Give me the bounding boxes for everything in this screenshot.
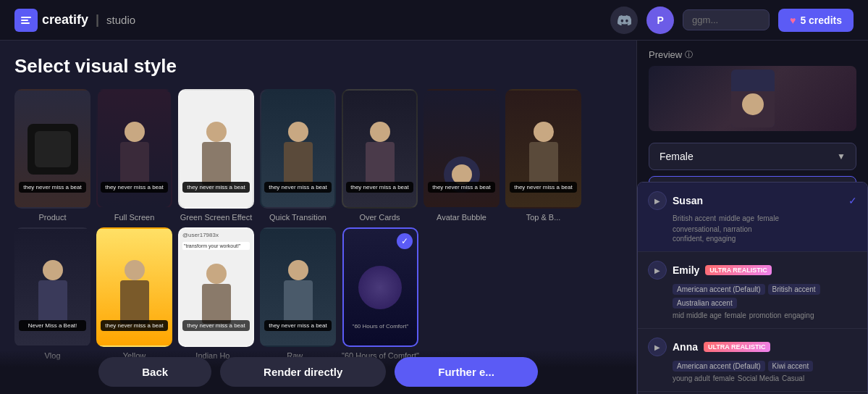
voice-item-anna[interactable]: ▶ Anna Ultra realistic American accent (… [638, 329, 867, 392]
accent-tag[interactable]: Australian accent [673, 298, 737, 309]
style-label-topb: Top & B... [526, 213, 561, 222]
caption-topb: they never miss a beat [510, 182, 577, 193]
selected-check: ✓ [397, 233, 413, 249]
back-button[interactable]: Back [98, 357, 211, 387]
discord-button[interactable] [610, 7, 638, 34]
bottom-bar: Back Render directly Further e... [0, 350, 636, 394]
voice-tag: confident, engaging [673, 235, 736, 243]
style-thumb-raw: they never miss a beat [260, 227, 336, 347]
caption-fullscreen: they never miss a beat [101, 182, 168, 193]
style-thumb-overcards: they never miss a beat [342, 89, 418, 209]
voice-tag: Casual [782, 374, 804, 382]
style-item-comfort[interactable]: "60 Hours of Comfort" ✓ "60 Hours of Com… [342, 227, 419, 360]
voice-item-emily[interactable]: ▶ Emily Ultra realistic American accent … [638, 252, 867, 329]
style-item-topb[interactable]: they never miss a beat Top & B... [505, 89, 581, 222]
style-thumb-yellow: they never miss a beat [96, 227, 172, 347]
header-right: P ♥ 5 credits [610, 7, 854, 34]
voice-tags-susan2: confident, engaging [648, 235, 857, 243]
render-button[interactable]: Render directly [220, 357, 386, 387]
style-thumb-product: they never miss a beat [14, 89, 90, 209]
voice-tag: female [713, 374, 735, 382]
caption-overcards: they never miss a beat [346, 182, 413, 193]
style-item-yellow[interactable]: they never miss a beat Yellow [96, 227, 172, 360]
accent-tag[interactable]: Kiwi accent [768, 361, 814, 372]
accent-tag[interactable]: British accent [768, 284, 820, 295]
voice-header-susan: ▶ Susan ✓ [648, 191, 857, 210]
voice-tag: middle age [719, 214, 754, 222]
voice-tag: conversational, narration [673, 225, 752, 233]
style-thumb-vlog: Never Miss a Beat! [14, 227, 90, 347]
voice-name-susan: Susan [673, 195, 703, 206]
style-grid-row2: Never Miss a Beat! Vlog they never miss … [14, 227, 622, 360]
svg-rect-0 [21, 17, 31, 18]
caption-quick: they never miss a beat [264, 182, 332, 193]
voice-play-emily[interactable]: ▶ [648, 261, 667, 280]
gender-dropdown[interactable]: Female ▼ [649, 143, 856, 170]
voice-name-emily: Emily [673, 264, 699, 276]
caption-raw: they never miss a beat [264, 320, 332, 331]
style-thumb-quick: they never miss a beat [260, 89, 336, 209]
left-panel: Select visual style they never miss a be… [0, 41, 636, 394]
page-title: Select visual style [14, 55, 622, 77]
style-thumb-bubble: they never miss a beat [424, 89, 500, 209]
credits-heart-icon: ♥ [790, 14, 796, 26]
style-item-quick[interactable]: they never miss a beat Quick Transition [260, 89, 336, 222]
style-thumb-indian: @user17983x "transform your workout!" th… [178, 227, 254, 347]
main-content: Select visual style they never miss a be… [0, 41, 868, 394]
style-label-overcards: Over Cards [359, 213, 400, 222]
style-grid-row1: they never miss a beat Product they neve… [14, 89, 622, 222]
logo: creatify | studio [14, 9, 135, 32]
voice-play-susan[interactable]: ▶ [648, 191, 667, 210]
style-item-fullscreen[interactable]: they never miss a beat Full Screen [96, 89, 172, 222]
caption-yellow: they never miss a beat [101, 320, 168, 331]
voice-play-anna[interactable]: ▶ [648, 338, 667, 356]
gender-value: Female [660, 151, 694, 162]
style-item-vlog[interactable]: Never Miss a Beat! Vlog [14, 227, 90, 360]
voice-tag: female [757, 214, 779, 222]
style-label-greenscreen: Green Screen Effect [180, 213, 252, 222]
caption-vlog: Never Miss a Beat! [19, 320, 86, 331]
gender-chevron: ▼ [837, 151, 846, 162]
style-label-product: Product [39, 213, 67, 222]
voice-tags-susan: British accent middle age female convers… [648, 214, 857, 233]
voice-accents-emily: American accent (Default) British accent… [648, 284, 857, 309]
voice-tag: young adult [673, 374, 710, 382]
voice-item-susan[interactable]: ▶ Susan ✓ British accent middle age fema… [638, 183, 867, 252]
style-item-greenscreen[interactable]: they never miss a beat Green Screen Effe… [178, 89, 254, 222]
voice-name-anna: Anna [673, 341, 698, 353]
style-thumb-comfort: "60 Hours of Comfort" ✓ [342, 227, 418, 347]
ultra-badge-emily: Ultra realistic [705, 265, 772, 275]
voice-selected-check: ✓ [848, 195, 857, 206]
user-initial: P [657, 14, 663, 26]
style-item-bubble[interactable]: they never miss a beat Avatar Bubble [424, 89, 500, 222]
voice-accents-anna: American accent (Default) Kiwi accent [648, 361, 857, 372]
accent-tag[interactable]: American accent (Default) [673, 361, 765, 372]
style-label-quick: Quick Transition [269, 213, 326, 222]
search-input[interactable] [683, 9, 770, 30]
caption-indian: they never miss a beat [182, 320, 250, 331]
header: creatify | studio P ♥ 5 credits [0, 0, 868, 41]
caption-product: they never miss a beat [19, 182, 86, 193]
preview-visual [649, 66, 856, 131]
style-label-fullscreen: Full Screen [114, 213, 155, 222]
style-item-indian[interactable]: @user17983x "transform your workout!" th… [178, 227, 254, 360]
voice-tag: female [725, 311, 746, 319]
style-thumb-greenscreen: they never miss a beat [178, 89, 254, 209]
style-item-product[interactable]: they never miss a beat Product [14, 89, 90, 222]
voice-header-emily: ▶ Emily Ultra realistic [648, 261, 857, 280]
caption-greenscreen: they never miss a beat [182, 182, 250, 193]
right-panel: Preview ⓘ 👤 Avatar 🔊 [636, 41, 868, 394]
credits-button[interactable]: ♥ 5 credits [778, 9, 854, 32]
user-avatar[interactable]: P [646, 7, 674, 34]
further-button[interactable]: Further e... [395, 357, 538, 387]
accent-tag[interactable]: American accent (Default) [673, 284, 765, 295]
voice-tag: mid middle age [673, 311, 722, 319]
ultra-badge-anna: Ultra realistic [704, 342, 770, 352]
voice-list-dropdown: ▶ Susan ✓ British accent middle age fema… [637, 182, 868, 394]
logo-label: creatify [42, 12, 88, 28]
svg-rect-2 [21, 22, 30, 24]
style-item-overcards[interactable]: they never miss a beat Over Cards [342, 89, 418, 222]
voice-tags-anna: young adult female Social Media Casual [648, 374, 857, 382]
voice-tags-emily: mid middle age female promotion engaging [648, 311, 857, 319]
style-item-raw[interactable]: they never miss a beat Raw... [260, 227, 336, 360]
